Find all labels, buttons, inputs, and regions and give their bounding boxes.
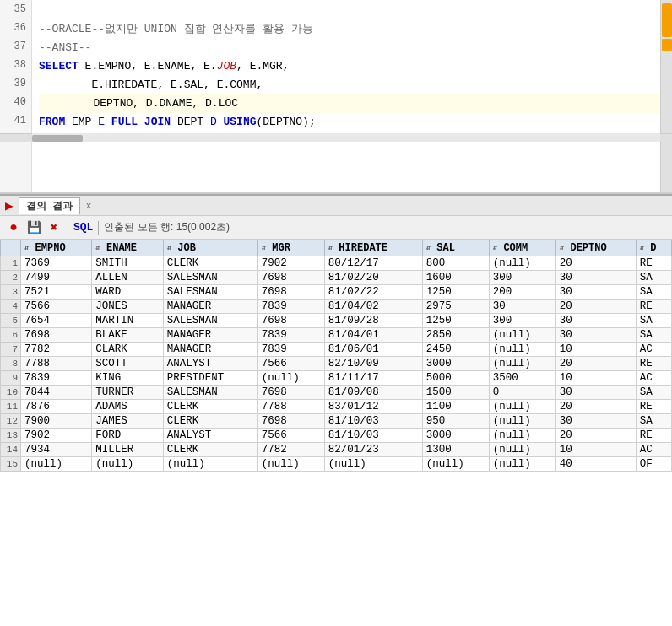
table-cell: 7698 [21,328,92,343]
col-empno[interactable]: ⇵ EMPNO [21,240,92,256]
table-cell: 81/11/17 [324,371,422,386]
table-cell: 7788 [257,400,324,414]
h-scroll-thumb[interactable] [32,135,83,142]
table-cell: 7566 [257,357,324,371]
table-cell: SA [636,314,671,328]
col-comm[interactable]: ⇵ COMM [489,240,555,256]
table-row[interactable]: 137902FORDANALYST756681/10/033000(null)2… [1,429,672,443]
table-cell: 7839 [257,343,324,357]
table-cell: (null) [489,400,555,414]
table-cell: MARTIN [92,314,163,328]
col-hiredate[interactable]: ⇵ HIREDATE [324,240,422,256]
table-cell: CLERK [163,400,257,414]
table-row[interactable]: 37521WARDSALESMAN769881/02/22125020030SA [1,285,672,300]
table-cell: SALESMAN [163,271,257,285]
col-sal[interactable]: ⇵ SAL [422,240,489,256]
table-row[interactable]: 15(null)(null)(null)(null)(null)(null)(n… [1,457,672,472]
table-cell: CLERK [163,414,257,429]
table-row[interactable]: 127900JAMESCLERK769881/10/03950(null)30S… [1,414,672,429]
table-cell: 7839 [21,371,92,386]
row-number: 9 [1,371,21,386]
editor-scroll-thumb[interactable] [662,3,672,37]
cancel-icon[interactable]: ✖ [46,219,62,236]
table-cell: 7369 [21,256,92,271]
row-number: 10 [1,386,21,400]
table-cell: 80/12/17 [324,256,422,271]
editor-vertical-scrollbar[interactable] [660,0,672,192]
table-cell: ALLEN [92,271,163,285]
table-cell: CLARK [92,343,163,357]
table-cell: PRESIDENT [163,371,257,386]
table-row[interactable]: 17369SMITHCLERK790280/12/17800(null)20RE [1,256,672,271]
code-area[interactable]: --ORACLE--없지만 UNION 집합 연산자를 활용 가능 --ANSI… [35,0,672,133]
col-mgr[interactable]: ⇵ MGR [257,240,324,256]
table-cell: MANAGER [163,343,257,357]
table-cell: (null) [489,457,555,472]
database-icon[interactable]: 💾 [25,219,42,236]
table-cell: 7844 [21,386,92,400]
row-number: 5 [1,314,21,328]
table-cell: 1500 [422,386,489,400]
table-cell: 30 [555,414,636,429]
table-row[interactable]: 47566JONESMANAGER783981/04/0229753020RE [1,300,672,314]
table-row[interactable]: 57654MARTINSALESMAN769881/09/28125030030… [1,314,672,328]
table-cell: SA [636,285,671,300]
table-cell: 81/10/03 [324,414,422,429]
table-row[interactable]: 87788SCOTTANALYST756682/10/093000(null)2… [1,357,672,371]
expand-icon[interactable]: ▶ [5,197,14,214]
table-row[interactable]: 117876ADAMSCLERK778883/01/121100(null)20… [1,400,672,414]
table-row[interactable]: 27499ALLENSALESMAN769881/02/20160030030S… [1,271,672,285]
table-row[interactable]: 77782CLARKMANAGER783981/06/012450(null)1… [1,343,672,357]
table-cell: TURNER [92,386,163,400]
table-cell: 20 [555,357,636,371]
line-numbers: 35 36 37 38 39 40 41 [0,0,32,192]
table-cell: KING [92,371,163,386]
col-ename[interactable]: ⇵ ENAME [92,240,163,256]
table-cell: RE [636,357,671,371]
table-body: 17369SMITHCLERK790280/12/17800(null)20RE… [1,256,672,472]
table-cell: JAMES [92,414,163,429]
table-cell: 40 [555,457,636,472]
rows-info: 인출된 모든 행: 15(0.002초) [104,220,230,235]
table-cell: 30 [555,271,636,285]
results-panel-header: ▶ 결의 결과 x [0,194,672,216]
row-number: 12 [1,414,21,429]
table-cell: SA [636,414,671,429]
table-cell: 0 [489,386,555,400]
table-cell: 5000 [422,371,489,386]
row-number: 8 [1,357,21,371]
table-cell: 10 [555,371,636,386]
col-deptno[interactable]: ⇵ DEPTNO [555,240,636,256]
table-row[interactable]: 107844TURNERSALESMAN769881/09/081500030S… [1,386,672,400]
table-row[interactable]: 97839KINGPRESIDENT(null)81/11/1750003500… [1,371,672,386]
record-icon[interactable]: ● [5,219,22,236]
col-d[interactable]: ⇵ D [636,240,671,256]
table-cell: CLERK [163,443,257,457]
table-cell: AC [636,443,671,457]
row-number: 13 [1,429,21,443]
horizontal-scrollbar[interactable] [32,133,660,142]
table-cell: (null) [489,328,555,343]
table-row[interactable]: 67698BLAKEMANAGER783981/04/012850(null)3… [1,328,672,343]
table-cell: 20 [555,256,636,271]
code-line-40: DEPTNO, D.DNAME, D.LOC [39,94,669,113]
table-cell: 81/09/28 [324,314,422,328]
table-cell: (null) [21,457,92,472]
sql-editor[interactable]: 35 36 37 38 39 40 41 --ORACLE--없지만 UNION… [0,0,672,194]
table-cell: 81/02/20 [324,271,422,285]
col-job[interactable]: ⇵ JOB [163,240,257,256]
table-cell: (null) [163,457,257,472]
table-cell: 7698 [257,314,324,328]
table-cell: 7698 [257,271,324,285]
code-line-35 [39,2,669,20]
table-cell: SA [636,386,671,400]
table-cell: 81/06/01 [324,343,422,357]
results-tab[interactable]: 결의 결과 [19,197,80,214]
results-tab-close[interactable]: x [86,201,92,211]
table-cell: WARD [92,285,163,300]
table-cell: SALESMAN [163,386,257,400]
table-cell: AC [636,343,671,357]
toolbar-divider [68,221,68,235]
results-table-container[interactable]: ⇵ EMPNO ⇵ ENAME ⇵ JOB ⇵ MGR ⇵ HIREDATE ⇵… [0,240,672,626]
table-row[interactable]: 147934MILLERCLERK778282/01/231300(null)1… [1,443,672,457]
